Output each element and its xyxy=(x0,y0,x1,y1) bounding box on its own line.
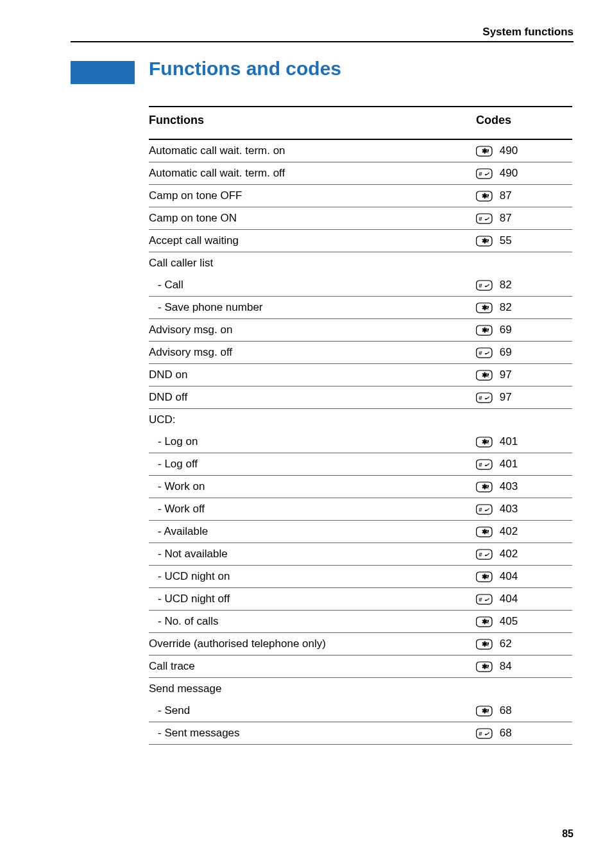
function-cell: - Save phone number xyxy=(149,297,476,319)
table-row: Camp on tone OFF 87 xyxy=(149,185,572,207)
table-row: DND on 97 xyxy=(149,364,572,386)
function-cell: Advisory msg. on xyxy=(149,319,476,342)
code-cell: 401 xyxy=(476,453,572,476)
code-cell: 84 xyxy=(476,655,572,678)
code-cell: 404 xyxy=(476,588,572,611)
table-row: - Call 82 xyxy=(149,274,572,297)
function-cell: Camp on tone OFF xyxy=(149,185,476,207)
table-row: Override (authorised telephone only) 62 xyxy=(149,633,572,655)
code-value: 82 xyxy=(497,301,512,313)
function-cell: Accept call waiting xyxy=(149,230,476,252)
star-key-icon xyxy=(476,146,493,157)
hash-key-icon xyxy=(476,347,493,359)
hash-key-icon xyxy=(476,728,493,740)
hash-key-icon xyxy=(476,594,493,605)
header-rule xyxy=(71,41,574,42)
hash-key-icon xyxy=(476,549,493,560)
code-cell: 404 xyxy=(476,566,572,588)
code-value: 402 xyxy=(497,525,518,537)
code-value: 403 xyxy=(497,503,518,515)
hash-key-icon xyxy=(476,213,493,225)
star-key-icon xyxy=(476,302,493,314)
function-cell: Call caller list xyxy=(149,252,476,275)
table-row: Automatic call wait. term. on 490 xyxy=(149,139,572,162)
function-cell: - UCD night off xyxy=(149,588,476,611)
hash-key-icon xyxy=(476,168,493,180)
code-value: 405 xyxy=(497,615,518,627)
code-cell: 402 xyxy=(476,543,572,566)
function-cell: DND on xyxy=(149,364,476,386)
code-value: 97 xyxy=(497,369,512,381)
table-row: - Send 68 xyxy=(149,700,572,722)
code-value: 490 xyxy=(497,167,518,179)
table-row: - UCD night off 404 xyxy=(149,588,572,611)
table-row: Call trace 84 xyxy=(149,655,572,678)
function-cell: - Send xyxy=(149,700,476,722)
code-cell: 403 xyxy=(476,498,572,521)
table-row: - Not available 402 xyxy=(149,543,572,566)
code-value: 69 xyxy=(497,324,512,336)
code-value: 404 xyxy=(497,570,518,582)
code-value: 404 xyxy=(497,593,518,605)
table-row: Camp on tone ON 87 xyxy=(149,207,572,230)
code-cell: 402 xyxy=(476,521,572,543)
function-cell: Advisory msg. off xyxy=(149,342,476,364)
function-cell: - Work off xyxy=(149,498,476,521)
code-value: 68 xyxy=(497,727,512,739)
code-cell: 490 xyxy=(476,139,572,162)
code-value: 402 xyxy=(497,548,518,560)
star-key-icon xyxy=(476,482,493,493)
function-cell: - Work on xyxy=(149,476,476,498)
code-cell: 69 xyxy=(476,319,572,342)
function-cell: - Log on xyxy=(149,431,476,453)
codes-table: Functions Codes Automatic call wait. ter… xyxy=(149,106,572,745)
star-key-icon xyxy=(476,370,493,381)
table-row: - Log on 401 xyxy=(149,431,572,453)
function-cell: Automatic call wait. term. off xyxy=(149,162,476,185)
code-value: 84 xyxy=(497,660,512,672)
col-codes: Codes xyxy=(476,107,572,139)
star-key-icon xyxy=(476,437,493,448)
hash-key-icon xyxy=(476,280,493,291)
table-row: - No. of calls 405 xyxy=(149,611,572,633)
star-key-icon xyxy=(476,661,493,673)
code-cell: 68 xyxy=(476,722,572,745)
code-cell: 82 xyxy=(476,297,572,319)
code-value: 69 xyxy=(497,346,512,358)
code-cell: 87 xyxy=(476,207,572,230)
function-cell: - Sent messages xyxy=(149,722,476,745)
code-cell: 403 xyxy=(476,476,572,498)
code-cell: 87 xyxy=(476,185,572,207)
function-cell: Override (authorised telephone only) xyxy=(149,633,476,655)
function-cell: - Log off xyxy=(149,453,476,476)
function-cell: - UCD night on xyxy=(149,566,476,588)
code-cell: 55 xyxy=(476,230,572,252)
title-accent-box xyxy=(71,61,135,84)
function-cell: Camp on tone ON xyxy=(149,207,476,230)
code-value: 82 xyxy=(497,279,512,291)
function-cell: - Not available xyxy=(149,543,476,566)
star-key-icon xyxy=(476,571,493,583)
table-row: Accept call waiting 55 xyxy=(149,230,572,252)
code-cell xyxy=(476,409,572,431)
star-key-icon xyxy=(476,236,493,247)
page-number: 85 xyxy=(562,828,574,840)
code-value: 55 xyxy=(497,234,512,247)
code-cell: 401 xyxy=(476,431,572,453)
hash-key-icon xyxy=(476,504,493,516)
code-cell xyxy=(476,252,572,275)
star-key-icon xyxy=(476,706,493,717)
code-cell: 97 xyxy=(476,386,572,409)
table-row: Automatic call wait. term. off 490 xyxy=(149,162,572,185)
star-key-icon xyxy=(476,526,493,538)
code-value: 401 xyxy=(497,435,518,447)
code-value: 87 xyxy=(497,189,512,202)
function-cell: UCD: xyxy=(149,409,476,431)
code-cell xyxy=(476,678,572,700)
function-cell: - No. of calls xyxy=(149,611,476,633)
code-value: 97 xyxy=(497,391,512,403)
table-row: - Work off 403 xyxy=(149,498,572,521)
code-cell: 68 xyxy=(476,700,572,722)
function-cell: Call trace xyxy=(149,655,476,678)
star-key-icon xyxy=(476,616,493,628)
